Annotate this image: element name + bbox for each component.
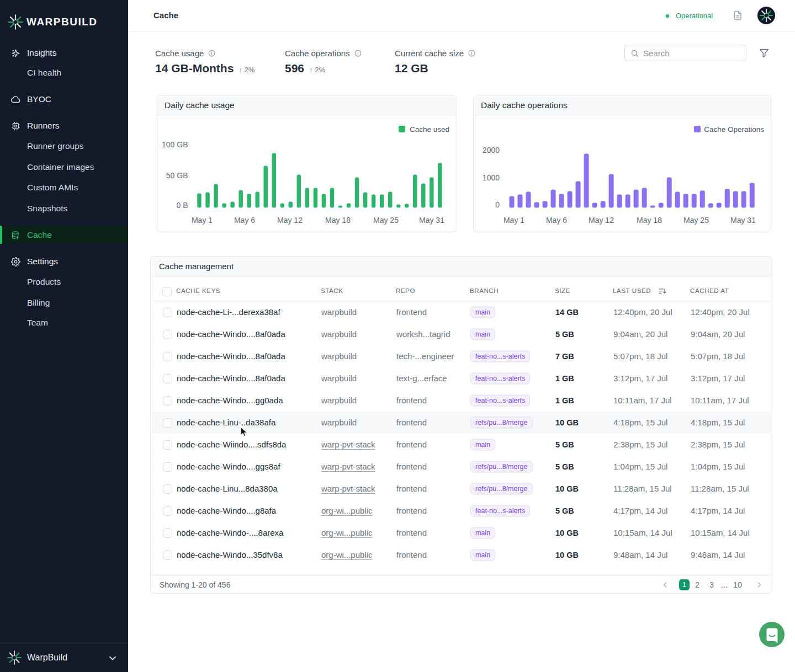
svg-text:Cache used: Cache used [410,125,449,134]
svg-text:May 31: May 31 [419,216,444,225]
svg-text:May 31: May 31 [730,216,756,225]
svg-text:50 GB: 50 GB [166,171,188,180]
svg-text:2000: 2000 [483,146,500,154]
svg-text:May 18: May 18 [637,216,662,225]
svg-text:1000: 1000 [483,173,500,182]
svg-text:0: 0 [495,200,500,209]
svg-text:May 6: May 6 [234,216,255,225]
svg-text:May 6: May 6 [546,216,567,225]
svg-text:May 1: May 1 [192,216,213,225]
svg-text:May 1: May 1 [504,216,524,225]
svg-text:May 12: May 12 [589,216,614,225]
svg-text:0 B: 0 B [176,201,188,210]
svg-text:May 25: May 25 [683,216,709,225]
svg-text:100 GB: 100 GB [162,140,188,149]
svg-text:May 18: May 18 [325,216,351,225]
svg-text:Cache Operations: Cache Operations [704,125,764,134]
svg-text:May 25: May 25 [373,216,399,225]
svg-text:May 12: May 12 [277,216,303,225]
